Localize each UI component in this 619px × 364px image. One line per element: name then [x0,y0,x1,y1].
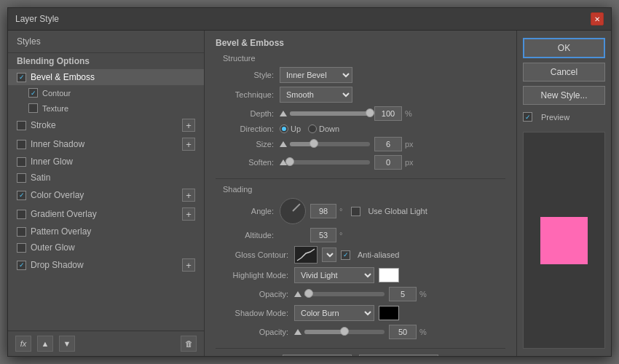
bevel-emboss-checkbox[interactable] [17,73,26,82]
highlight-opacity-thumb[interactable] [294,291,301,297]
highlight-mode-select[interactable]: Vivid Light Normal Screen [294,267,374,283]
style-label: Style: [216,71,274,79]
soften-slider-track[interactable] [290,160,370,165]
depth-slider-track[interactable] [290,111,370,116]
shadow-opacity-thumb[interactable] [294,329,301,335]
highlight-mode-label: Highlight Mode: [216,271,288,280]
sidebar-item-blending-options[interactable]: Blending Options [8,53,204,69]
anti-aliased-checkbox[interactable] [341,250,350,260]
direction-down-radio[interactable] [308,124,317,133]
bottom-buttons: Make Default Reset to Default [216,348,505,356]
shading-subtitle: Shading [216,185,505,194]
inner-glow-checkbox[interactable] [17,157,26,167]
size-slider-track[interactable] [290,142,370,146]
altitude-label: Altitude: [216,231,274,240]
sidebar-item-drop-shadow[interactable]: Drop Shadow + [8,256,204,274]
cancel-button[interactable]: Cancel [523,63,605,82]
technique-row: Technique: Smooth Chisel Hard Chisel Sof… [216,87,505,103]
delete-button[interactable]: 🗑 [181,336,197,352]
direction-up-option[interactable]: Up [280,124,301,133]
drop-shadow-add-button[interactable]: + [182,258,195,272]
close-button[interactable]: ✕ [591,12,604,25]
sidebar-item-outer-glow[interactable]: Outer Glow [8,240,204,256]
texture-checkbox[interactable] [28,103,38,113]
style-select[interactable]: Inner Bevel Outer Bevel Emboss [280,67,352,83]
drop-shadow-checkbox[interactable] [17,261,26,270]
sidebar-item-bevel-emboss[interactable]: Bevel & Emboss [8,69,204,85]
satin-checkbox[interactable] [17,173,26,183]
shadow-opacity-input[interactable] [389,325,417,339]
move-up-button[interactable]: ▲ [37,336,53,352]
soften-label: Soften: [216,158,274,167]
sidebar-item-contour[interactable]: Contour [8,85,204,100]
soften-input[interactable] [374,155,402,170]
make-default-button[interactable]: Make Default [283,355,352,356]
new-style-button[interactable]: New Style... [523,86,605,105]
shadow-mode-row: Shadow Mode: Color Burn Normal Multiply [216,305,505,321]
size-input[interactable] [374,137,402,151]
inner-shadow-label: Inner Shadow [31,139,84,149]
altitude-unit: ° [339,231,342,240]
use-global-light-label[interactable]: Use Global Light [351,207,427,216]
shadow-opacity-unit: % [419,328,427,336]
sidebar-item-texture[interactable]: Texture [8,100,204,116]
gloss-contour-preview[interactable] [294,246,318,264]
styles-header: Styles [8,31,204,53]
sidebar-item-inner-shadow[interactable]: Inner Shadow + [8,135,204,154]
stroke-checkbox[interactable] [17,121,26,130]
sidebar-item-pattern-overlay[interactable]: Pattern Overlay [8,223,204,240]
dialog-body: Styles Blending Options Bevel & Emboss C… [8,31,611,356]
gradient-overlay-checkbox[interactable] [17,210,26,219]
sidebar-item-color-overlay[interactable]: Color Overlay + [8,186,204,205]
direction-up-radio[interactable] [280,124,288,133]
fx-button[interactable]: fx [15,336,31,352]
highlight-opacity-track[interactable] [304,292,385,296]
drop-shadow-label: Drop Shadow [31,260,84,270]
shadow-mode-select[interactable]: Color Burn Normal Multiply [294,305,374,321]
sidebar-item-stroke[interactable]: Stroke + [8,116,204,135]
highlight-opacity-input[interactable] [389,287,417,301]
blending-options-label: Blending Options [17,56,90,66]
gloss-contour-select[interactable] [322,248,336,262]
gradient-overlay-add-button[interactable]: + [182,207,195,221]
sidebar-item-inner-glow[interactable]: Inner Glow [8,154,204,170]
direction-up-label: Up [291,124,301,133]
move-down-button[interactable]: ▼ [59,336,75,352]
angle-dial[interactable] [280,198,306,224]
pattern-overlay-checkbox[interactable] [17,227,26,237]
angle-input[interactable] [310,204,336,218]
gradient-overlay-label: Gradient Overlay [31,209,97,219]
shadow-color-swatch[interactable] [379,306,399,320]
outer-glow-label: Outer Glow [31,242,75,253]
outer-glow-checkbox[interactable] [17,243,26,253]
color-overlay-checkbox[interactable] [17,191,26,200]
preview-checkbox[interactable] [523,112,532,122]
inner-shadow-checkbox[interactable] [17,140,26,149]
shadow-opacity-track[interactable] [304,330,385,334]
stroke-add-button[interactable]: + [182,119,195,132]
shadow-opacity-label: Opacity: [216,328,288,336]
direction-down-option[interactable]: Down [308,124,339,133]
highlight-color-swatch[interactable] [379,268,399,282]
depth-input[interactable] [374,106,402,121]
altitude-row: Altitude: ° [216,228,505,242]
soften-row: Soften: px [216,155,505,170]
gloss-contour-row: Gloss Contour: Anti-aliased [216,246,505,264]
depth-slider-thumb[interactable] [280,111,287,116]
contour-label: Contour [42,89,71,98]
direction-down-label: Down [319,124,339,133]
reset-to-default-button[interactable]: Reset to Default [359,355,438,356]
use-global-light-checkbox[interactable] [351,207,360,216]
anti-aliased-label[interactable]: Anti-aliased [341,250,399,260]
color-overlay-add-button[interactable]: + [182,189,195,202]
ok-button[interactable]: OK [523,38,605,58]
sidebar-item-gradient-overlay[interactable]: Gradient Overlay + [8,205,204,223]
texture-label: Texture [42,104,68,113]
inner-shadow-add-button[interactable]: + [182,138,195,151]
sidebar-item-satin[interactable]: Satin [8,170,204,186]
altitude-input[interactable] [310,228,336,242]
contour-checkbox[interactable] [28,88,38,98]
angle-unit: ° [339,207,342,215]
technique-select[interactable]: Smooth Chisel Hard Chisel Soft [280,87,352,103]
size-slider-thumb[interactable] [280,141,287,147]
